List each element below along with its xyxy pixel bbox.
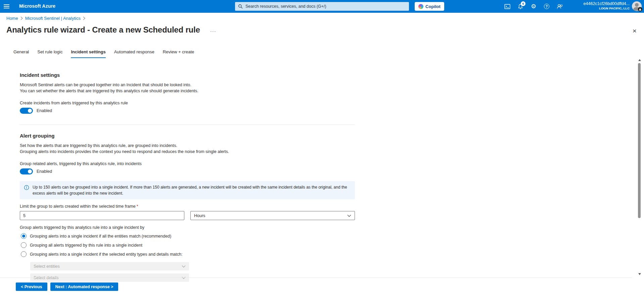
notification-badge: 6 [521, 1, 525, 6]
create-incidents-toggle-state: Enabled [37, 108, 52, 113]
select-entities-placeholder: Select entities [34, 264, 60, 269]
info-banner-text: Up to 150 alerts can be grouped into a s… [33, 184, 351, 196]
copilot-label: Copilot [425, 4, 441, 9]
copilot-icon [418, 4, 423, 9]
cloud-shell-button[interactable] [502, 0, 512, 13]
chevron-down-icon [182, 265, 186, 268]
radio-option-selected-entities[interactable]: Grouping alerts into a single incident i… [21, 251, 355, 257]
tab-review-create[interactable]: Review + create [163, 49, 194, 58]
time-frame-label: Limit the group to alerts created within… [20, 204, 136, 209]
scrollbar[interactable] [637, 58, 643, 276]
alert-grouping-heading: Alert grouping [20, 133, 355, 139]
tab-set-rule-logic[interactable]: Set rule logic [37, 49, 62, 58]
breadcrumb-home[interactable]: Home [6, 16, 18, 21]
feedback-button[interactable] [555, 0, 565, 13]
chevron-right-icon [20, 16, 23, 20]
chevron-right-icon [83, 16, 85, 20]
incident-settings-description-2: You can set whether the alerts that are … [20, 88, 355, 94]
radio-option-label: Grouping all alerts triggered by this ru… [30, 243, 142, 248]
previous-button[interactable]: < Previous [16, 283, 47, 291]
grouping-method-label: Group alerts triggered by this analytics… [20, 225, 355, 230]
radio-option-label: Grouping alerts into a single incident i… [30, 252, 182, 257]
radio-button[interactable] [21, 251, 27, 257]
chevron-down-icon [347, 214, 351, 217]
tab-bar: General Set rule logic Incident settings… [13, 49, 194, 58]
footer-divider [0, 277, 632, 278]
gear-icon: ⚙ [531, 3, 536, 9]
help-button[interactable]: ? [542, 0, 552, 13]
topbar-icon-group: 6 ⚙ ? [502, 0, 568, 13]
radio-button[interactable] [21, 242, 27, 248]
scrollbar-down-arrow-icon[interactable] [638, 273, 641, 275]
account-organization: LOGN PACIFIC, LLC [584, 6, 630, 10]
copilot-button[interactable]: Copilot [415, 2, 444, 11]
cloud-shell-icon [504, 4, 510, 9]
create-incidents-label: Create incidents from alerts triggered b… [20, 101, 355, 105]
group-related-alerts-label: Group related alerts, triggered by this … [20, 161, 355, 166]
top-bar: Microsoft Azure Copilot 6 ⚙ [0, 0, 644, 13]
time-frame-unit-select[interactable]: Hours [190, 211, 355, 220]
group-related-alerts-toggle[interactable] [20, 168, 33, 174]
global-search[interactable] [235, 2, 409, 11]
hamburger-menu-icon[interactable] [4, 3, 12, 10]
scrollbar-thumb[interactable] [638, 63, 641, 218]
radio-option-label: Grouping alerts into a single incident i… [30, 234, 171, 239]
notifications-button[interactable]: 6 [515, 0, 525, 13]
feedback-person-icon [557, 4, 563, 9]
required-marker: * [137, 204, 138, 209]
close-icon[interactable]: × [633, 27, 637, 35]
group-related-alerts-toggle-state: Enabled [37, 169, 52, 174]
tab-automated-response[interactable]: Automated response [114, 49, 154, 58]
avatar[interactable] [632, 1, 642, 11]
page-title: Analytics rule wizard - Create a new Sch… [6, 25, 200, 35]
radio-option-all-alerts[interactable]: Grouping all alerts triggered by this ru… [21, 242, 355, 248]
radio-button-selected[interactable] [21, 233, 27, 239]
time-frame-unit-value: Hours [194, 213, 205, 218]
next-automated-response-button[interactable]: Next : Automated response > [50, 283, 119, 291]
alert-grouping-description-1: Set how the alerts that are triggered by… [20, 143, 355, 149]
create-incidents-toggle[interactable] [20, 108, 33, 114]
tab-incident-settings[interactable]: Incident settings [71, 49, 105, 58]
incident-settings-description-1: Microsoft Sentinel alerts can be grouped… [20, 82, 355, 88]
alert-grouping-description-2: Grouping alerts into incidents provides … [20, 149, 355, 155]
lock-icon [638, 7, 642, 11]
azure-brand[interactable]: Microsoft Azure [19, 3, 55, 9]
info-icon [24, 185, 29, 190]
content-area: Incident settings Microsoft Sentinel ale… [20, 58, 355, 282]
info-banner: Up to 150 alerts can be grouped into a s… [20, 181, 355, 199]
tab-general[interactable]: General [13, 49, 29, 58]
scrollbar-up-arrow-icon[interactable] [638, 59, 641, 61]
time-frame-value-input[interactable] [20, 211, 184, 220]
search-input[interactable] [245, 4, 406, 9]
select-entities-dropdown[interactable]: Select entities [30, 262, 189, 270]
settings-button[interactable]: ⚙ [528, 0, 539, 13]
section-divider [20, 124, 355, 125]
radio-option-entities-match[interactable]: Grouping alerts into a single incident i… [21, 233, 355, 239]
search-icon [238, 4, 243, 9]
account-name: e4462c1cf26bd00dffd4... [584, 1, 630, 6]
more-options-icon[interactable]: ··· [210, 26, 216, 34]
incident-settings-heading: Incident settings [20, 72, 355, 78]
breadcrumb-sentinel-analytics[interactable]: Microsoft Sentinel | Analytics [25, 16, 81, 21]
wizard-footer: < Previous Next : Automated response > [16, 283, 118, 291]
account-menu[interactable]: e4462c1cf26bd00dffd4... LOGN PACIFIC, LL… [584, 1, 630, 10]
breadcrumb: Home Microsoft Sentinel | Analytics [6, 16, 216, 21]
help-icon: ? [544, 4, 549, 9]
